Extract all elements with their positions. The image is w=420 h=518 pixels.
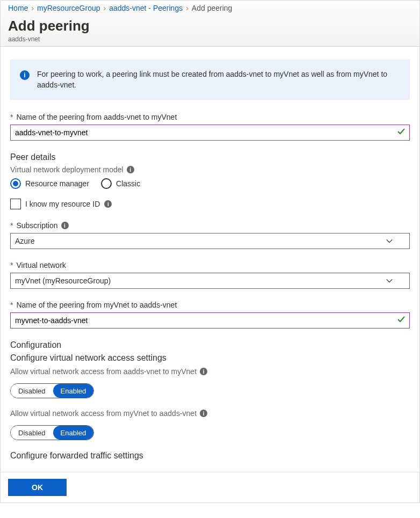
toggle-enabled-option[interactable]: Enabled: [53, 426, 94, 440]
chevron-right-icon: ›: [186, 4, 189, 12]
info-banner: i For peering to work, a peering link mu…: [10, 60, 410, 100]
peering-name-2-label: Name of the peering from myVnet to aadds…: [16, 301, 177, 309]
peering-name-1-label: Name of the peering from aadds-vnet to m…: [16, 113, 177, 121]
page-subtitle: aadds-vnet: [8, 35, 412, 43]
subscription-label: Subscription: [16, 221, 57, 230]
info-text: For peering to work, a peering link must…: [37, 69, 400, 90]
configure-access-heading: Configure virtual network access setting…: [10, 353, 410, 363]
deployment-model-label: Virtual network deployment model: [10, 165, 124, 174]
chevron-right-icon: ›: [104, 4, 106, 12]
required-mark: *: [10, 113, 13, 121]
breadcrumb-home[interactable]: Home: [8, 4, 28, 12]
breadcrumb-vnet[interactable]: aadds-vnet - Peerings: [109, 4, 183, 12]
ok-button[interactable]: OK: [8, 479, 67, 496]
valid-check-icon: [397, 315, 405, 325]
virtual-network-value: myVnet (myResourceGroup): [15, 276, 111, 285]
allow-access-1-label: Allow virtual network access from aadds-…: [10, 367, 197, 376]
virtual-network-label: Virtual network: [16, 261, 66, 269]
configuration-heading: Configuration: [10, 340, 410, 350]
virtual-network-select[interactable]: myVnet (myResourceGroup): [10, 273, 410, 289]
breadcrumb-group[interactable]: myResourceGroup: [37, 4, 100, 12]
chevron-right-icon: ›: [31, 4, 34, 12]
know-resource-id-checkbox[interactable]: [10, 199, 21, 209]
toggle-disabled-option[interactable]: Disabled: [11, 426, 53, 440]
subscription-value: Azure: [15, 237, 35, 245]
info-icon: i: [20, 70, 30, 80]
subscription-select[interactable]: Azure: [10, 233, 410, 249]
help-icon[interactable]: i: [127, 166, 134, 173]
radio-classic[interactable]: Classic: [101, 178, 140, 189]
valid-check-icon: [397, 127, 405, 137]
help-icon[interactable]: i: [200, 368, 207, 375]
radio-rm-label: Resource manager: [25, 179, 89, 188]
toggle-disabled-option[interactable]: Disabled: [11, 384, 53, 398]
chevron-down-icon: [386, 277, 393, 284]
page-title: Add peering: [8, 18, 412, 34]
required-mark: *: [10, 261, 13, 269]
peer-details-heading: Peer details: [10, 152, 410, 162]
allow-access-1-toggle[interactable]: Disabled Enabled: [10, 383, 94, 398]
help-icon[interactable]: i: [104, 200, 112, 208]
radio-classic-label: Classic: [116, 179, 140, 188]
radio-resource-manager[interactable]: Resource manager: [10, 178, 89, 189]
peering-name-2-input[interactable]: [10, 312, 410, 329]
breadcrumb: Home › myResourceGroup › aadds-vnet - Pe…: [1, 1, 419, 16]
allow-access-2-label: Allow virtual network access from myVnet…: [10, 409, 197, 418]
help-icon[interactable]: i: [61, 222, 69, 229]
help-icon[interactable]: i: [200, 410, 207, 417]
toggle-enabled-option[interactable]: Enabled: [53, 384, 94, 398]
peering-name-1-input[interactable]: [10, 125, 410, 141]
required-mark: *: [10, 301, 13, 309]
required-mark: *: [10, 221, 13, 230]
configure-forwarded-heading: Configure forwarded traffic settings: [10, 451, 410, 461]
chevron-down-icon: [386, 237, 393, 245]
breadcrumb-current: Add peering: [192, 4, 233, 12]
allow-access-2-toggle[interactable]: Disabled Enabled: [10, 425, 94, 440]
know-resource-id-label: I know my resource ID: [25, 200, 100, 208]
